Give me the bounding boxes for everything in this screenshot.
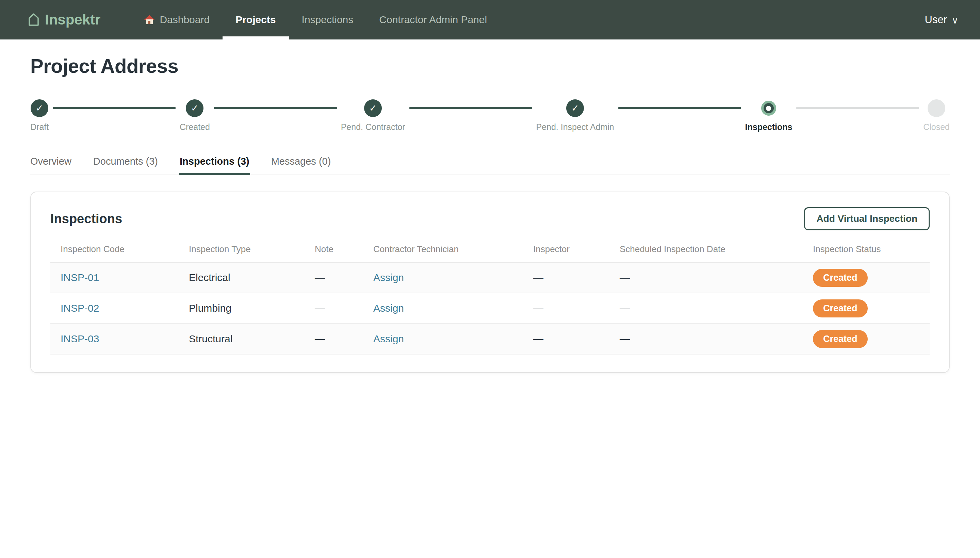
nav-item-dashboard[interactable]: Dashboard (131, 0, 223, 39)
check-icon: ✓ (36, 103, 44, 114)
stepper-step-closed: Closed (923, 98, 950, 132)
nav-item-inspections[interactable]: Inspections (289, 0, 366, 39)
cell-inspector: — (523, 293, 609, 323)
cell-inspection-code: INSP-02 (50, 293, 179, 323)
cell-contractor-technician: Assign (363, 262, 523, 293)
main-nav: Dashboard Projects Inspections Contracto… (131, 0, 500, 39)
cell-inspector: — (523, 323, 609, 354)
col-header-inspection-status: Inspection Status (803, 239, 930, 262)
nav-item-label: Dashboard (159, 14, 210, 26)
inspections-panel: Inspections Add Virtual Inspection Inspe… (30, 192, 950, 373)
tab-inspections[interactable]: Inspections (3) (180, 156, 250, 174)
cell-inspection-type: Structural (179, 323, 305, 354)
tab-bar: Overview Documents (3) Inspections (3) M… (30, 156, 950, 175)
inspection-code-link[interactable]: INSP-01 (61, 272, 99, 283)
step-circle-wrap: ✓ (31, 98, 48, 118)
assign-link[interactable]: Assign (373, 302, 404, 314)
user-menu[interactable]: User ∨ (925, 14, 958, 26)
step-circle-wrap (761, 98, 776, 118)
table-row: INSP-03 Structural — Assign — — Created (50, 323, 930, 354)
status-badge: Created (813, 269, 868, 287)
cell-inspection-status: Created (803, 293, 930, 323)
panel-header: Inspections Add Virtual Inspection (31, 192, 949, 232)
nav-item-label: Inspections (302, 14, 353, 26)
stepper-step-pend-contractor: ✓ Pend. Contractor (341, 98, 405, 132)
stepper-connector (53, 107, 176, 109)
col-header-scheduled-inspection-date: Scheduled Inspection Date (609, 239, 803, 262)
step-circle-wrap: ✓ (566, 98, 584, 118)
col-header-note: Note (305, 239, 363, 262)
inspections-table: Inspection Code Inspection Type Note Con… (50, 239, 930, 354)
cell-inspection-type: Electrical (179, 262, 305, 293)
step-label: Closed (923, 122, 950, 132)
nav-item-contractor-admin-panel[interactable]: Contractor Admin Panel (366, 0, 500, 39)
cell-note: — (305, 262, 363, 293)
top-navbar: Inspektr Dashboard Projects Inspections … (0, 0, 980, 39)
add-virtual-inspection-button[interactable]: Add Virtual Inspection (804, 207, 930, 230)
col-header-inspector: Inspector (523, 239, 609, 262)
step-complete-circle: ✓ (186, 99, 204, 117)
step-complete-circle: ✓ (364, 99, 382, 117)
cell-inspection-status: Created (803, 323, 930, 354)
tab-documents[interactable]: Documents (3) (93, 156, 158, 174)
step-circle-wrap: ✓ (364, 98, 382, 118)
stepper-connector (409, 107, 532, 109)
assign-link[interactable]: Assign (373, 272, 404, 283)
step-circle-wrap: ✓ (186, 98, 204, 118)
assign-link[interactable]: Assign (373, 333, 404, 344)
cell-scheduled-date: — (609, 293, 803, 323)
stepper-step-pend-inspect-admin: ✓ Pend. Inspect Admin (536, 98, 614, 132)
stepper-connector (618, 107, 741, 109)
cell-scheduled-date: — (609, 323, 803, 354)
cell-note: — (305, 293, 363, 323)
cell-contractor-technician: Assign (363, 323, 523, 354)
page-content: Project Address ✓ Draft ✓ Created ✓ (0, 54, 980, 373)
cell-inspection-type: Plumbing (179, 293, 305, 323)
check-icon: ✓ (191, 103, 199, 114)
nav-item-label: Projects (235, 14, 276, 26)
step-upcoming-circle (927, 99, 945, 117)
status-stepper: ✓ Draft ✓ Created ✓ Pend. Contractor (30, 98, 950, 132)
step-label: Inspections (745, 122, 793, 132)
stepper-step-created: ✓ Created (180, 98, 210, 132)
user-menu-label: User (925, 14, 947, 26)
step-label: Draft (30, 122, 49, 132)
stepper-step-draft: ✓ Draft (30, 98, 49, 132)
table-header-row: Inspection Code Inspection Type Note Con… (50, 239, 930, 262)
stepper-step-inspections: Inspections (745, 98, 793, 132)
step-complete-circle: ✓ (566, 99, 584, 117)
cell-inspection-code: INSP-03 (50, 323, 179, 354)
tab-messages[interactable]: Messages (0) (271, 156, 331, 174)
step-label: Pend. Inspect Admin (536, 122, 614, 132)
step-complete-circle: ✓ (31, 99, 48, 117)
stepper-connector (796, 107, 919, 109)
cell-inspection-code: INSP-01 (50, 262, 179, 293)
nav-item-label: Contractor Admin Panel (379, 14, 487, 26)
cell-inspector: — (523, 262, 609, 293)
check-icon: ✓ (369, 103, 377, 114)
col-header-inspection-code: Inspection Code (50, 239, 179, 262)
col-header-inspection-type: Inspection Type (179, 239, 305, 262)
brand-name: Inspektr (45, 11, 100, 28)
cell-contractor-technician: Assign (363, 293, 523, 323)
page-title: Project Address (30, 54, 950, 77)
brand-logo[interactable]: Inspektr (27, 11, 100, 28)
status-badge: Created (813, 299, 868, 317)
step-label: Pend. Contractor (341, 122, 405, 132)
current-step-dot-icon (766, 106, 771, 111)
step-label: Created (180, 122, 210, 132)
col-header-contractor-technician: Contractor Technician (363, 239, 523, 262)
chevron-down-icon: ∨ (952, 15, 958, 26)
inspection-code-link[interactable]: INSP-03 (61, 333, 99, 344)
check-icon: ✓ (571, 103, 579, 114)
nav-item-projects[interactable]: Projects (223, 0, 289, 39)
status-badge: Created (813, 330, 868, 348)
step-current-circle (761, 101, 776, 116)
tab-overview[interactable]: Overview (30, 156, 71, 174)
inspection-code-link[interactable]: INSP-02 (61, 302, 99, 314)
stepper-connector (214, 107, 337, 109)
house-emoji-icon (144, 14, 155, 25)
panel-title: Inspections (50, 212, 122, 226)
house-outline-icon (27, 13, 40, 27)
cell-note: — (305, 323, 363, 354)
